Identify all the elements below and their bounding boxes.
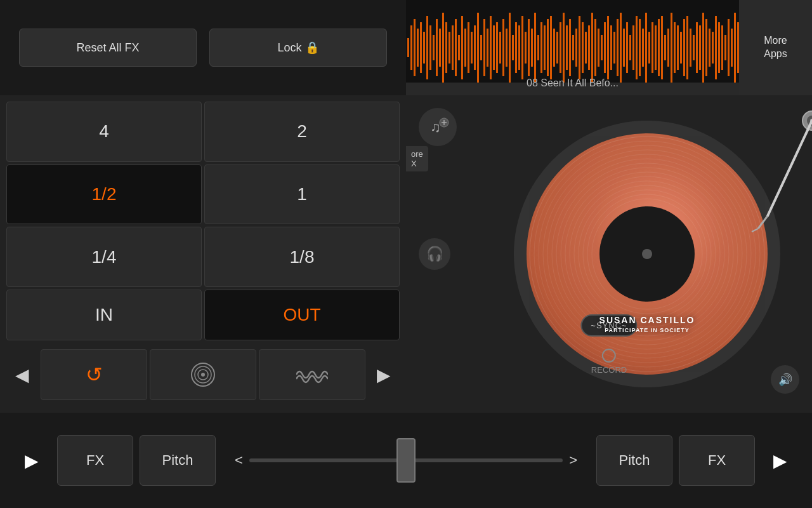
svg-rect-99 (718, 22, 720, 73)
track-name: 08 Seen It All Befo... (527, 77, 619, 89)
loop-btn-2[interactable]: 2 (204, 102, 400, 162)
svg-rect-54 (575, 29, 577, 67)
svg-rect-104 (734, 13, 736, 83)
top-right-area: 08 Seen It All Befo... More Apps (406, 0, 812, 95)
top-left-controls: Reset All FX Lock 🔒 (0, 0, 406, 95)
svg-rect-32 (506, 29, 508, 67)
svg-rect-62 (601, 35, 603, 60)
svg-rect-98 (715, 16, 717, 79)
svg-rect-25 (483, 19, 485, 76)
svg-rect-28 (493, 25, 495, 70)
loop-grid: 4 2 1/2 1 1/4 1/8 (6, 102, 400, 287)
crossfader-thumb[interactable] (396, 438, 416, 483)
svg-rect-5 (420, 22, 422, 73)
more-apps-button[interactable]: More Apps (739, 0, 812, 95)
svg-rect-22 (474, 25, 476, 70)
fx-left-button[interactable]: FX (57, 435, 133, 486)
svg-rect-80 (658, 19, 660, 76)
svg-rect-89 (686, 16, 688, 79)
loop-btn-4[interactable]: 4 (6, 102, 202, 162)
pitch-left-button[interactable]: Pitch (140, 435, 216, 486)
svg-rect-16 (455, 19, 457, 76)
svg-rect-2 (410, 25, 412, 70)
svg-rect-38 (525, 32, 527, 64)
svg-rect-79 (655, 25, 657, 70)
crossfader-left-arrow[interactable]: < (235, 452, 243, 469)
out-button[interactable]: OUT (204, 290, 400, 340)
svg-rect-92 (696, 22, 698, 73)
artist-name: SUSAN CASTILLO (584, 315, 710, 325)
svg-rect-96 (709, 29, 710, 67)
svg-rect-11 (439, 29, 441, 67)
wave-button[interactable] (259, 349, 365, 400)
svg-rect-1 (407, 38, 409, 57)
svg-rect-70 (626, 22, 628, 73)
prev-fx-button[interactable]: ◀ (6, 349, 38, 400)
svg-rect-88 (683, 19, 685, 76)
play-left-button[interactable]: ▶ (13, 441, 51, 479)
svg-rect-71 (629, 35, 631, 60)
fx-btn-group: ↺ (41, 349, 365, 400)
left-panel: 4 2 1/2 1 1/4 1/8 IN OUT ◀ ↺ (0, 95, 406, 413)
svg-line-133 (768, 121, 812, 216)
svg-rect-7 (426, 16, 428, 79)
next-fx-button[interactable]: ▶ (368, 349, 400, 400)
svg-rect-87 (680, 32, 682, 64)
fx-right-button[interactable]: FX (679, 435, 755, 486)
svg-rect-64 (607, 16, 609, 79)
svg-rect-74 (639, 19, 641, 76)
crossfader-right-arrow[interactable]: > (569, 452, 577, 469)
svg-rect-63 (604, 22, 606, 73)
loop-btn-eighth[interactable]: 1/8 (204, 227, 400, 287)
svg-rect-83 (667, 29, 669, 67)
svg-rect-81 (661, 16, 663, 79)
svg-rect-50 (563, 13, 565, 83)
svg-rect-95 (705, 19, 707, 76)
loop-btn-1[interactable]: 1 (204, 164, 400, 225)
add-music-button[interactable]: ♫ (419, 108, 457, 146)
volume-button[interactable]: 🔊 (771, 365, 799, 394)
svg-rect-93 (699, 25, 701, 70)
svg-rect-47 (553, 29, 555, 67)
svg-rect-4 (417, 29, 419, 67)
svg-rect-60 (594, 19, 596, 76)
svg-rect-86 (677, 25, 679, 70)
loop-btn-quarter[interactable]: 1/4 (6, 227, 202, 287)
svg-rect-18 (461, 16, 463, 79)
in-button[interactable]: IN (6, 290, 202, 340)
svg-rect-20 (468, 22, 469, 73)
record-area: RECORD (591, 349, 627, 375)
svg-rect-45 (547, 19, 549, 76)
svg-rect-27 (490, 16, 492, 79)
replay-button[interactable]: ↺ (41, 349, 147, 400)
svg-rect-9 (433, 35, 435, 60)
record-center-dot (642, 249, 652, 259)
pitch-right-button[interactable]: Pitch (596, 435, 672, 486)
svg-rect-75 (642, 29, 644, 67)
loop-btn-half[interactable]: 1/2 (6, 164, 202, 225)
svg-rect-29 (496, 22, 498, 73)
svg-rect-49 (560, 22, 561, 73)
svg-line-135 (752, 229, 758, 232)
headphone-button[interactable]: 🎧 (419, 238, 450, 270)
more-fx-button[interactable]: oreX (406, 146, 428, 171)
reset-fx-button[interactable]: Reset All FX (19, 29, 197, 67)
in-out-row: IN OUT (6, 290, 400, 340)
svg-rect-42 (537, 35, 539, 60)
svg-rect-103 (731, 29, 733, 67)
svg-rect-65 (610, 25, 612, 70)
svg-rect-85 (674, 22, 676, 73)
crossfader-area: < > (222, 452, 590, 469)
svg-rect-58 (588, 25, 590, 70)
play-right-button[interactable]: ▶ (761, 441, 799, 479)
crossfader-track[interactable] (249, 458, 563, 462)
lock-button[interactable]: Lock 🔒 (209, 29, 387, 67)
svg-point-110 (201, 373, 205, 377)
svg-rect-8 (429, 25, 431, 70)
svg-rect-3 (414, 19, 416, 76)
svg-rect-82 (664, 35, 666, 60)
svg-rect-6 (423, 32, 425, 64)
svg-rect-40 (531, 29, 533, 67)
vinyl-button[interactable] (150, 349, 256, 400)
svg-rect-73 (636, 16, 638, 79)
